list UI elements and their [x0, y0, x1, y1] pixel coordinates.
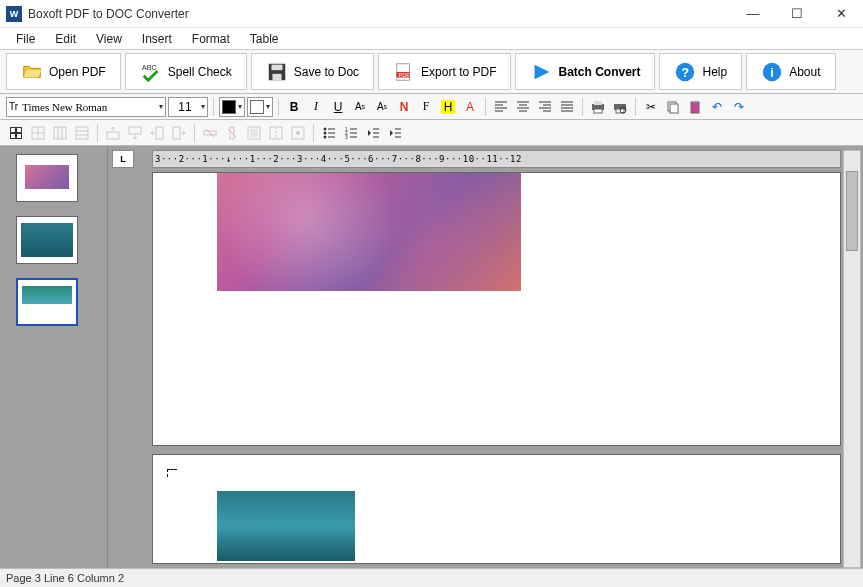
redo-button[interactable]: ↷: [729, 97, 749, 117]
underline-button[interactable]: U: [328, 97, 348, 117]
svg-rect-38: [173, 127, 180, 139]
font-color-swatch: [222, 100, 236, 114]
svg-rect-2: [271, 64, 282, 70]
menu-edit[interactable]: Edit: [45, 30, 86, 48]
open-pdf-button[interactable]: Open PDF: [6, 53, 121, 90]
merge-cells-button: [244, 123, 264, 143]
text-cursor-mark: [167, 469, 177, 477]
svg-text:i: i: [770, 64, 774, 79]
svg-rect-23: [17, 128, 21, 132]
page-thumbnail-3[interactable]: [16, 278, 78, 326]
svg-rect-44: [250, 129, 258, 137]
document-page-lower[interactable]: [152, 454, 841, 564]
maximize-button[interactable]: ☐: [775, 0, 819, 28]
save-icon: [266, 61, 288, 83]
embedded-image-1[interactable]: [217, 173, 521, 291]
horizontal-ruler[interactable]: 3···2···1···↓···1···2···3···4···5···6···…: [152, 150, 841, 168]
menu-insert[interactable]: Insert: [132, 30, 182, 48]
embedded-image-2[interactable]: [217, 491, 355, 561]
page-viewport[interactable]: [152, 172, 841, 568]
save-doc-label: Save to Doc: [294, 65, 359, 79]
svg-text:PDF: PDF: [399, 71, 411, 77]
strikeout-button[interactable]: N: [394, 97, 414, 117]
highlight-button[interactable]: H: [438, 97, 458, 117]
bold-button[interactable]: B: [284, 97, 304, 117]
minimize-button[interactable]: —: [731, 0, 775, 28]
page-thumbnail-1[interactable]: [16, 154, 78, 202]
insert-table-button[interactable]: [6, 123, 26, 143]
svg-line-42: [228, 129, 236, 137]
spellcheck-icon: ABC: [140, 61, 162, 83]
font-family-select[interactable]: Tr Times New Roman ▾: [6, 97, 166, 117]
numbered-list-button[interactable]: 123: [341, 123, 361, 143]
menu-format[interactable]: Format: [182, 30, 240, 48]
spell-check-button[interactable]: ABC Spell Check: [125, 53, 247, 90]
print-preview-button[interactable]: [610, 97, 630, 117]
main-toolbar: Open PDF ABC Spell Check Save to Doc PDF…: [0, 50, 863, 94]
svg-rect-20: [693, 101, 697, 103]
copy-button[interactable]: [663, 97, 683, 117]
status-text: Page 3 Line 6 Column 2: [6, 572, 124, 584]
insert-col-right-button: [169, 123, 189, 143]
align-left-button[interactable]: [491, 97, 511, 117]
subscript-button[interactable]: As: [372, 97, 392, 117]
svg-point-51: [324, 131, 327, 134]
font-color-picker[interactable]: ▾: [219, 97, 245, 117]
batch-convert-button[interactable]: Batch Convert: [515, 53, 655, 90]
font-dialog-button[interactable]: F: [416, 97, 436, 117]
font-size-value: 11: [171, 100, 199, 114]
bg-color-picker[interactable]: ▾: [247, 97, 273, 117]
svg-rect-18: [670, 104, 678, 113]
svg-text:ABC: ABC: [142, 63, 158, 72]
save-doc-button[interactable]: Save to Doc: [251, 53, 374, 90]
help-label: Help: [702, 65, 727, 79]
menu-view[interactable]: View: [86, 30, 132, 48]
font-size-select[interactable]: 11 ▾: [168, 97, 208, 117]
svg-rect-29: [54, 127, 66, 139]
vertical-scrollbar[interactable]: [843, 150, 861, 568]
svg-rect-19: [691, 102, 699, 113]
format-toolbar: Tr Times New Roman ▾ 11 ▾ ▾ ▾ B I U As A…: [0, 94, 863, 120]
text-color-button[interactable]: A: [460, 97, 480, 117]
help-icon: ?: [674, 61, 696, 83]
font-family-value: Times New Roman: [20, 101, 157, 113]
window-title: Boxoft PDF to DOC Converter: [28, 7, 731, 21]
split-cells-button: [266, 123, 286, 143]
menubar: File Edit View Insert Format Table: [0, 28, 863, 50]
help-button[interactable]: ? Help: [659, 53, 742, 90]
svg-rect-13: [594, 109, 602, 113]
cut-button[interactable]: ✂: [641, 97, 661, 117]
close-button[interactable]: ✕: [819, 0, 863, 28]
table-grid-3-button: [72, 123, 92, 143]
bullet-list-button[interactable]: [319, 123, 339, 143]
increase-indent-button[interactable]: [385, 123, 405, 143]
align-center-button[interactable]: [513, 97, 533, 117]
ruler-origin[interactable]: L: [112, 150, 134, 168]
app-icon: W: [6, 6, 22, 22]
align-justify-button[interactable]: [557, 97, 577, 117]
decrease-indent-button[interactable]: [363, 123, 383, 143]
bg-color-swatch: [250, 100, 264, 114]
about-button[interactable]: i About: [746, 53, 835, 90]
paste-button[interactable]: [685, 97, 705, 117]
document-page-upper[interactable]: [152, 172, 841, 446]
delete-col-button: [222, 123, 242, 143]
print-button[interactable]: [588, 97, 608, 117]
editor-area: L 3···2···1···↓···1···2···3···4···5···6·…: [108, 146, 863, 568]
workspace: L 3···2···1···↓···1···2···3···4···5···6·…: [0, 146, 863, 568]
align-right-button[interactable]: [535, 97, 555, 117]
svg-rect-22: [11, 128, 15, 132]
superscript-button[interactable]: As: [350, 97, 370, 117]
scrollbar-thumb[interactable]: [846, 171, 858, 251]
page-thumbnail-2[interactable]: [16, 216, 78, 264]
batch-convert-label: Batch Convert: [558, 65, 640, 79]
svg-rect-24: [11, 134, 15, 138]
table-toolbar: 123: [0, 120, 863, 146]
italic-button[interactable]: I: [306, 97, 326, 117]
menu-table[interactable]: Table: [240, 30, 289, 48]
menu-file[interactable]: File: [6, 30, 45, 48]
svg-rect-32: [76, 127, 88, 139]
export-pdf-button[interactable]: PDF Export to PDF: [378, 53, 511, 90]
undo-button[interactable]: ↶: [707, 97, 727, 117]
table-grid-2-button: [50, 123, 70, 143]
